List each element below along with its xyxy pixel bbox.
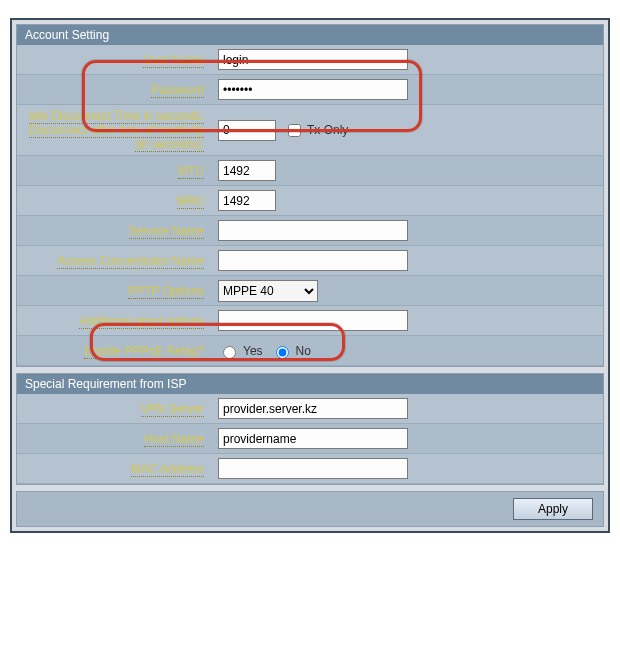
row-password: Password [17, 75, 603, 105]
mac-address-label: MAC Address [131, 462, 204, 477]
idle-disconnect-label: Idle Disconnect Time in seconds: Disconn… [29, 109, 204, 152]
access-concentrator-label: Access Concentrator Name [57, 254, 204, 269]
user-name-label: User Name [143, 53, 204, 68]
additional-pppd-label: Additional pppd options [79, 314, 204, 329]
row-service-name: Service Name [17, 216, 603, 246]
pptp-options-select[interactable]: MPPE 40 [218, 280, 318, 302]
idle-disconnect-input[interactable] [218, 120, 276, 141]
footer-bar: Apply [16, 491, 604, 527]
row-mru: MRU [17, 186, 603, 216]
row-idle-disconnect: Idle Disconnect Time in seconds: Disconn… [17, 105, 603, 156]
mtu-input[interactable] [218, 160, 276, 181]
relay-yes-label: Yes [243, 344, 263, 358]
access-concentrator-input[interactable] [218, 250, 408, 271]
service-name-label: Service Name [129, 224, 204, 239]
mtu-label: MTU [178, 164, 204, 179]
row-additional-pppd: Additional pppd options [17, 306, 603, 336]
service-name-input[interactable] [218, 220, 408, 241]
relay-no-radio[interactable] [276, 346, 289, 359]
vpn-server-input[interactable] [218, 398, 408, 419]
row-mtu: MTU [17, 156, 603, 186]
row-user-name: User Name [17, 45, 603, 75]
row-vpn-server: VPN Server [17, 394, 603, 424]
mac-address-input[interactable] [218, 458, 408, 479]
tx-only-label: Tx Only [307, 123, 348, 137]
settings-frame: Account Setting User Name Password Idle … [10, 18, 610, 533]
row-mac-address: MAC Address [17, 454, 603, 484]
pptp-options-label: PPTP Options [128, 284, 204, 299]
user-name-input[interactable] [218, 49, 408, 70]
account-setting-header: Account Setting [17, 25, 603, 45]
row-pptp-options: PPTP Options MPPE 40 [17, 276, 603, 306]
isp-panel: Special Requirement from ISP VPN Server … [16, 373, 604, 485]
password-label: Password [151, 83, 204, 98]
password-input[interactable] [218, 79, 408, 100]
host-name-input[interactable] [218, 428, 408, 449]
mru-input[interactable] [218, 190, 276, 211]
relay-no-label: No [296, 344, 311, 358]
tx-only-checkbox[interactable] [288, 124, 301, 137]
host-name-label: Host Name [144, 432, 204, 447]
isp-header: Special Requirement from ISP [17, 374, 603, 394]
pppoe-relay-label: Enable PPPoE Relay? [84, 344, 204, 359]
row-access-concentrator: Access Concentrator Name [17, 246, 603, 276]
mru-label: MRU [177, 194, 204, 209]
account-setting-panel: Account Setting User Name Password Idle … [16, 24, 604, 367]
additional-pppd-input[interactable] [218, 310, 408, 331]
vpn-server-label: VPN Server [141, 402, 204, 417]
relay-yes-radio[interactable] [223, 346, 236, 359]
apply-button[interactable]: Apply [513, 498, 593, 520]
row-pppoe-relay: Enable PPPoE Relay? Yes No [17, 336, 603, 366]
row-host-name: Host Name [17, 424, 603, 454]
